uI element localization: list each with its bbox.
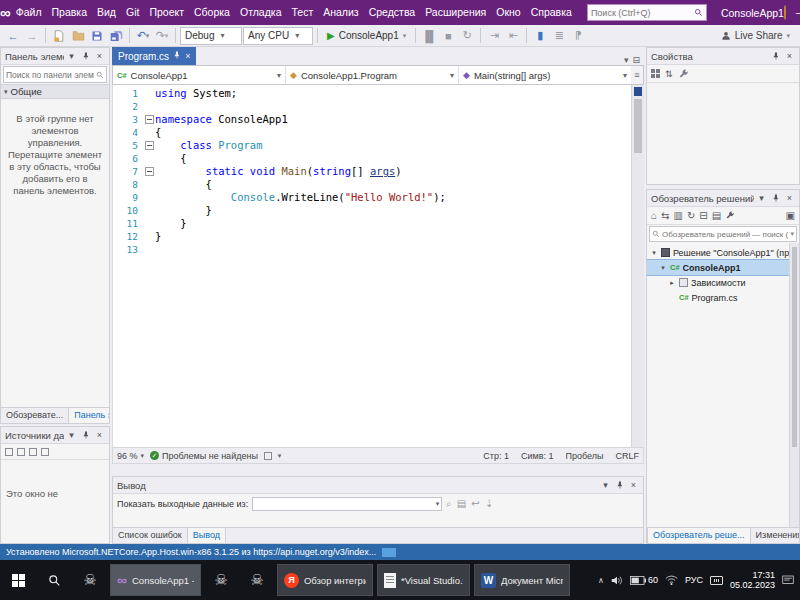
navigate-forward-icon[interactable]: → xyxy=(23,26,41,46)
chevron-down-icon[interactable]: ▾ xyxy=(600,480,611,491)
pin-icon[interactable] xyxy=(80,51,91,62)
solution-explorer-search-input[interactable] xyxy=(662,230,788,239)
edit-data-source-icon[interactable] xyxy=(17,448,25,456)
tree-item-0[interactable]: ▾Решение "ConsoleApp1" (проекты: 1 из 1) xyxy=(647,245,789,260)
sync-with-active-document-icon[interactable]: ↻ xyxy=(687,210,695,221)
type-dropdown[interactable]: ◆ ConsoleApp1.Program ▾ xyxy=(286,66,459,84)
user-avatar[interactable] xyxy=(784,5,786,20)
taskbar-app-word-8[interactable]: WДокумент Microso... xyxy=(474,564,570,596)
editor-vertical-scrollbar[interactable] xyxy=(631,85,644,447)
new-file-icon[interactable] xyxy=(50,26,68,46)
word-wrap-icon[interactable]: ↩ xyxy=(471,498,479,510)
menu-item-2[interactable]: Вид xyxy=(92,0,121,25)
pin-icon[interactable] xyxy=(80,430,91,441)
toolbox-search-box[interactable] xyxy=(3,66,107,83)
solution-platform-dropdown[interactable]: Any CPU▾ xyxy=(243,27,313,45)
solution-explorer-search-box[interactable]: ▾ xyxy=(649,226,797,242)
code-line-8[interactable]: 8 { xyxy=(113,178,631,191)
keyboard-layout-icon[interactable] xyxy=(710,576,723,585)
code-line-5[interactable]: 5 class Program xyxy=(113,139,631,152)
menu-item-6[interactable]: Отладка xyxy=(235,0,287,25)
code-line-1[interactable]: 1using System; xyxy=(113,87,631,100)
code-line-9[interactable]: 9 Console.WriteLine("Hello World!"); xyxy=(113,191,631,204)
live-share-button[interactable]: Live Share ▾ xyxy=(721,30,796,41)
code-line-7[interactable]: 7 static void Main(string[] args) xyxy=(113,165,631,178)
toggle-autoscroll-icon[interactable]: ⇣ xyxy=(485,498,493,510)
toolbox-tab-0[interactable]: Обозревате... xyxy=(1,408,68,423)
volume-icon[interactable] xyxy=(611,575,623,586)
switch-views-icon[interactable]: ⇆ xyxy=(661,210,669,221)
zoom-control[interactable]: 96 % ▾ xyxy=(117,451,144,461)
code-line-3[interactable]: 3namespace ConsoleApp1 xyxy=(113,113,631,126)
fold-collapse-icon[interactable] xyxy=(145,115,154,124)
tree-item-3[interactable]: C#Program.cs xyxy=(647,290,789,305)
spaces-indicator[interactable]: Пробелы xyxy=(566,451,604,461)
document-tab-program-cs[interactable]: Program.cs × xyxy=(112,47,196,65)
menu-item-11[interactable]: Окно xyxy=(491,0,525,25)
close-icon[interactable]: × xyxy=(94,51,105,62)
scrollbar-thumb[interactable] xyxy=(792,247,797,447)
home-icon[interactable]: ⌂ xyxy=(651,210,657,221)
char-indicator[interactable]: Симв: 1 xyxy=(521,451,554,461)
code-line-11[interactable]: 11 } xyxy=(113,217,631,230)
toolbox-section-general[interactable]: ▾ Общие xyxy=(1,84,109,99)
comment-icon[interactable]: ⁋ xyxy=(569,26,587,46)
save-all-icon[interactable] xyxy=(107,26,125,46)
taskbar-button-skull-4[interactable]: ☠ xyxy=(203,560,239,600)
open-folder-icon[interactable] xyxy=(69,26,87,46)
undo-icon[interactable]: ↶▾ xyxy=(134,26,152,46)
network-icon[interactable] xyxy=(665,575,678,585)
minimize-button[interactable]: ─ xyxy=(796,0,800,25)
menu-item-4[interactable]: Проект xyxy=(144,0,189,25)
close-icon[interactable]: × xyxy=(784,193,795,204)
window-options-icon[interactable]: ⊟ xyxy=(632,55,640,65)
tree-expand-arrow-icon[interactable]: ▾ xyxy=(650,249,658,257)
line-indicator[interactable]: Стр: 1 xyxy=(483,451,509,461)
restart-icon[interactable]: ↻ xyxy=(458,26,476,46)
code-line-2[interactable]: 2 xyxy=(113,100,631,113)
language-indicator[interactable]: РУС xyxy=(685,575,703,585)
output-tab-0[interactable]: Список ошибок xyxy=(113,528,187,543)
code-line-4[interactable]: 4{ xyxy=(113,126,631,139)
add-data-source-icon[interactable] xyxy=(5,448,13,456)
action-center-icon[interactable] xyxy=(782,575,794,586)
configure-icon[interactable] xyxy=(41,448,49,456)
redo-icon[interactable]: ↷▾ xyxy=(153,26,171,46)
horizontal-splitter[interactable] xyxy=(112,464,644,476)
output-content[interactable] xyxy=(113,513,643,527)
tree-item-2[interactable]: ▸Зависимости xyxy=(647,275,789,290)
code-line-6[interactable]: 6 { xyxy=(113,152,631,165)
output-source-dropdown[interactable]: ▾ xyxy=(252,497,442,511)
toolbox-search-input[interactable] xyxy=(6,70,94,80)
code-editor[interactable]: 1using System;23namespace ConsoleApp14{5… xyxy=(112,85,644,447)
member-dropdown[interactable]: ◆ Main(string[] args) ▾ xyxy=(459,66,631,84)
show-hidden-icons-chevron[interactable]: ∧ xyxy=(598,576,604,585)
close-icon[interactable]: × xyxy=(784,51,795,62)
refresh-icon[interactable] xyxy=(29,448,37,456)
code-cleanup-icon[interactable] xyxy=(264,452,272,460)
solution-explorer-tab-1[interactable]: Изменения Git — п... xyxy=(751,528,799,543)
stop-icon[interactable]: ■ xyxy=(439,26,457,46)
close-icon[interactable]: × xyxy=(628,480,639,491)
active-files-dropdown-icon[interactable]: ▾ xyxy=(624,55,629,65)
taskbar-button-windows-0[interactable] xyxy=(0,560,36,600)
start-debugging-button[interactable]: ▶ ConsoleApp1 ▾ xyxy=(322,26,411,46)
indent-icon[interactable]: ≣ xyxy=(550,26,568,46)
collapse-all-icon[interactable]: ⊟ xyxy=(699,210,707,221)
pin-icon[interactable] xyxy=(770,51,781,62)
menu-item-7[interactable]: Тест xyxy=(286,0,318,25)
taskbar-app-notepad-7[interactable]: *Visual Studio.txt - ... xyxy=(377,564,470,596)
tree-expand-arrow-icon[interactable]: ▾ xyxy=(659,264,667,272)
menu-item-5[interactable]: Сборка xyxy=(189,0,235,25)
split-window-button[interactable]: ≡ xyxy=(631,66,643,84)
clear-output-icon[interactable]: ▤ xyxy=(457,498,466,510)
battery-indicator[interactable]: 60 xyxy=(630,575,658,585)
fold-collapse-icon[interactable] xyxy=(145,141,154,150)
menu-item-0[interactable]: Файл xyxy=(11,0,47,25)
property-pages-icon[interactable] xyxy=(678,68,688,80)
taskbar-clock[interactable]: 17:31 05.02.2023 xyxy=(730,570,775,590)
menu-item-1[interactable]: Правка xyxy=(47,0,92,25)
tree-expand-arrow-icon[interactable]: ▸ xyxy=(668,279,676,287)
chevron-down-icon[interactable]: ▾ xyxy=(66,51,77,62)
chevron-down-icon[interactable]: ▾ xyxy=(756,193,767,204)
